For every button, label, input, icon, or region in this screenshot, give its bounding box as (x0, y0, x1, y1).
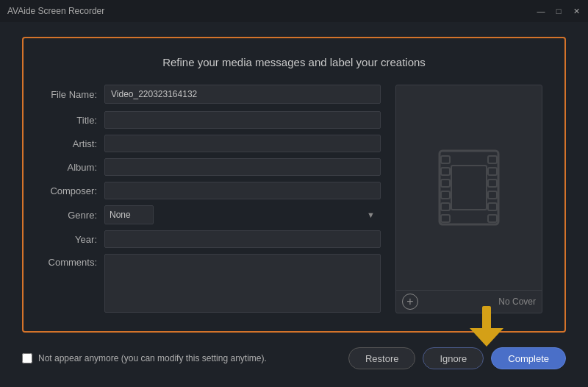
comments-row: Comments: (46, 254, 381, 313)
maximize-button[interactable]: □ (553, 5, 564, 17)
svg-rect-9 (488, 180, 497, 187)
album-row: Album: (46, 158, 381, 176)
button-group: Restore Ignore Complete (348, 347, 566, 369)
chevron-down-icon: ▼ (367, 210, 375, 219)
no-appear-label: Not appear anymore (you can modify this … (38, 353, 267, 363)
svg-rect-8 (488, 168, 497, 175)
cover-art-display (396, 85, 542, 290)
svg-rect-3 (441, 180, 450, 187)
app-title: AVAide Screen Recorder (7, 6, 104, 16)
window-controls: — □ ✕ (535, 5, 582, 17)
titlebar: AVAide Screen Recorder — □ ✕ (0, 0, 588, 22)
genre-label: Genre: (46, 210, 104, 221)
svg-rect-4 (441, 191, 450, 199)
composer-label: Composer: (46, 185, 104, 196)
ignore-button[interactable]: Ignore (423, 347, 484, 369)
plus-icon: + (406, 295, 413, 308)
artist-row: Artist: (46, 135, 381, 152)
svg-rect-12 (488, 215, 497, 222)
composer-row: Composer: (46, 182, 381, 199)
complete-button[interactable]: Complete (491, 347, 566, 369)
add-cover-button[interactable]: + (402, 294, 418, 310)
composer-input[interactable] (104, 182, 381, 199)
cover-art-panel: + No Cover (395, 85, 542, 313)
artist-label: Artist: (46, 138, 104, 149)
album-input[interactable] (104, 158, 381, 176)
arrow-indicator (470, 306, 503, 349)
panel-title: Refine your media messages and label you… (46, 56, 542, 68)
svg-rect-1 (441, 156, 450, 163)
form-area: File Name: Title: Artist: Album: (46, 85, 542, 313)
svg-rect-11 (488, 203, 497, 210)
year-input[interactable] (104, 230, 381, 248)
year-row: Year: (46, 230, 381, 248)
comments-textarea[interactable] (104, 254, 381, 313)
album-label: Album: (46, 162, 104, 173)
title-label: Title: (46, 115, 104, 126)
no-cover-label: No Cover (498, 297, 536, 307)
metadata-panel: Refine your media messages and label you… (22, 37, 566, 333)
down-arrow-icon (470, 306, 503, 347)
cover-art-footer: + No Cover (396, 290, 542, 313)
genre-select[interactable]: None Pop Rock Classical Jazz Electronic (104, 205, 154, 224)
checkbox-area: Not appear anymore (you can modify this … (22, 353, 267, 363)
svg-rect-10 (488, 191, 497, 199)
title-row: Title: (46, 111, 381, 129)
film-strip-icon (432, 147, 506, 228)
artist-input[interactable] (104, 135, 381, 152)
svg-rect-5 (441, 203, 450, 210)
no-appear-checkbox[interactable] (22, 353, 32, 363)
svg-marker-15 (470, 328, 503, 347)
form-left: File Name: Title: Artist: Album: (46, 85, 381, 313)
svg-rect-6 (441, 215, 450, 222)
file-name-input[interactable] (104, 85, 381, 104)
minimize-button[interactable]: — (535, 5, 547, 17)
svg-rect-7 (488, 156, 497, 163)
genre-row: Genre: None Pop Rock Classical Jazz Elec… (46, 205, 381, 224)
genre-wrapper: None Pop Rock Classical Jazz Electronic … (104, 205, 381, 224)
svg-rect-13 (451, 166, 487, 210)
close-button[interactable]: ✕ (570, 5, 582, 17)
comments-label: Comments: (46, 254, 104, 268)
title-input[interactable] (104, 111, 381, 129)
restore-button[interactable]: Restore (348, 347, 416, 369)
year-label: Year: (46, 234, 104, 245)
file-name-row: File Name: (46, 85, 381, 104)
svg-rect-14 (482, 306, 491, 330)
file-name-label: File Name: (46, 89, 104, 100)
svg-rect-2 (441, 168, 450, 175)
